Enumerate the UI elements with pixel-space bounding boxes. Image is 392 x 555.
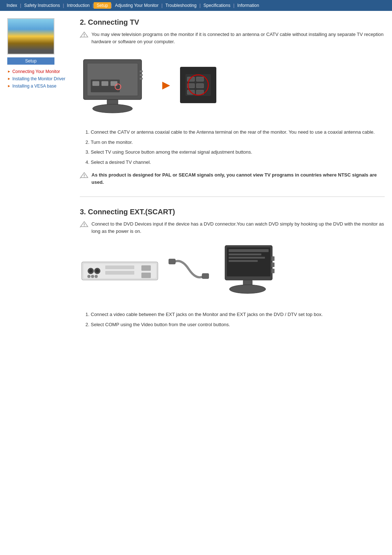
main-container: Setup ► Connecting Your Monitor ► Instal… <box>0 11 392 341</box>
arrow-icon-1: ► <box>7 69 11 73</box>
section3-note1-text: Connect to the DVD Devices input if the … <box>91 220 385 235</box>
dvd-device-image <box>80 256 160 285</box>
svg-rect-52 <box>229 257 265 259</box>
svg-rect-46 <box>169 259 175 264</box>
note-icon-1 <box>80 31 89 39</box>
section2-step-3: Select TV using Source button among the … <box>91 149 385 156</box>
svg-rect-44 <box>142 266 151 271</box>
connecting-arrow: ► <box>160 77 173 93</box>
section3-images-row <box>80 242 385 300</box>
section2-images-row: ► <box>80 52 385 118</box>
svg-line-32 <box>80 227 81 227</box>
svg-rect-21 <box>196 84 204 88</box>
svg-rect-50 <box>229 249 269 252</box>
section2-title: 2. Connecting TV <box>80 18 385 27</box>
svg-line-3 <box>80 37 81 38</box>
arrow-icon-2: ► <box>7 77 11 81</box>
svg-rect-55 <box>271 263 274 267</box>
section2-note1-row: You may view television programs on the … <box>80 31 385 45</box>
arrow-icon-3: ► <box>7 84 11 88</box>
monitor-back-image <box>80 52 152 118</box>
section2-step-1: Connect the CATV or antenna coaxial cabl… <box>91 129 385 136</box>
nav-setup[interactable]: Setup <box>94 2 111 9</box>
section2-step-4: Select a desired TV channel. <box>91 159 385 166</box>
sidebar-label: Setup <box>7 57 54 65</box>
svg-rect-53 <box>229 260 258 262</box>
warning-icon <box>80 172 89 179</box>
sidebar-link-vesa[interactable]: ► Installing a VESA base <box>7 84 65 89</box>
svg-point-36 <box>89 269 93 273</box>
svg-point-27 <box>84 177 85 177</box>
section3-step-1: Connect a video cable between the EXT ja… <box>91 311 385 318</box>
nav-index[interactable]: Index <box>4 2 20 9</box>
svg-point-2 <box>84 36 85 37</box>
connector-closeup-image <box>180 67 216 103</box>
section2-note1-text: You may view television programs on the … <box>91 31 385 45</box>
sidebar-link-label-2: Installing the Monitor Driver <box>12 76 65 81</box>
section3-note1-row: Connect to the DVD Devices input if the … <box>80 220 385 235</box>
section2-warning-text: As this product is designed for PAL or S… <box>91 171 385 186</box>
svg-point-38 <box>95 269 99 273</box>
nav-safety[interactable]: Safety Instructions <box>21 2 63 9</box>
content-area: 2. Connecting TV You may view television… <box>73 18 385 334</box>
svg-rect-43 <box>105 271 134 275</box>
nav-information[interactable]: Information <box>234 2 262 9</box>
note-icon-2 <box>80 221 89 228</box>
svg-rect-8 <box>102 81 108 86</box>
section2-step-2: Turn on the monitor. <box>91 139 385 146</box>
nav-specifications[interactable]: Specifications <box>201 2 233 9</box>
sidebar-link-label-1: Connecting Your Monitor <box>12 69 60 74</box>
svg-point-41 <box>95 275 98 278</box>
navigation-bar: Index | Safety Instructions | Introducti… <box>0 0 392 11</box>
svg-point-58 <box>229 285 266 293</box>
svg-rect-13 <box>140 70 143 72</box>
section3-steps: Connect a video cable between the EXT ja… <box>91 311 385 328</box>
svg-rect-45 <box>142 273 151 278</box>
svg-rect-9 <box>111 81 117 86</box>
cable-image <box>167 255 211 287</box>
svg-rect-51 <box>229 254 261 255</box>
section-connecting-tv: 2. Connecting TV You may view television… <box>80 18 385 186</box>
nav-troubleshooting[interactable]: Troubleshooting <box>163 2 200 9</box>
svg-point-39 <box>87 275 90 278</box>
nav-intro[interactable]: Introduction <box>64 2 93 9</box>
monitor-side-image <box>218 242 283 300</box>
svg-point-12 <box>93 104 132 113</box>
sidebar-link-connecting-monitor[interactable]: ► Connecting Your Monitor <box>7 69 65 74</box>
nav-adjusting[interactable]: Adjusting Your Monitor <box>112 2 162 9</box>
svg-rect-7 <box>93 81 99 86</box>
svg-rect-54 <box>271 256 274 261</box>
sidebar-link-installing-driver[interactable]: ► Installing the Monitor Driver <box>7 76 65 81</box>
svg-rect-15 <box>140 78 143 80</box>
svg-rect-47 <box>202 274 209 279</box>
svg-rect-19 <box>196 77 204 81</box>
svg-point-40 <box>91 275 94 278</box>
sidebar-link-label-3: Installing a VESA base <box>12 84 56 89</box>
svg-point-31 <box>84 226 85 226</box>
sidebar-image-inner <box>8 19 54 54</box>
svg-rect-42 <box>105 266 134 269</box>
section2-steps: Connect the CATV or antenna coaxial cabl… <box>91 129 385 166</box>
section3-title: 3. Connecting EXT.(SCART) <box>80 208 385 216</box>
section3-step-2: Select COMP using the Video button from … <box>91 321 385 328</box>
svg-rect-56 <box>271 269 274 273</box>
section2-warning: As this product is designed for PAL or S… <box>80 171 385 186</box>
section-divider <box>80 197 385 197</box>
sidebar-image <box>7 18 54 54</box>
svg-rect-14 <box>140 74 143 76</box>
section-connecting-ext: 3. Connecting EXT.(SCART) Connect to the… <box>80 208 385 328</box>
sidebar: Setup ► Connecting Your Monitor ► Instal… <box>7 18 73 334</box>
svg-line-28 <box>80 178 81 178</box>
